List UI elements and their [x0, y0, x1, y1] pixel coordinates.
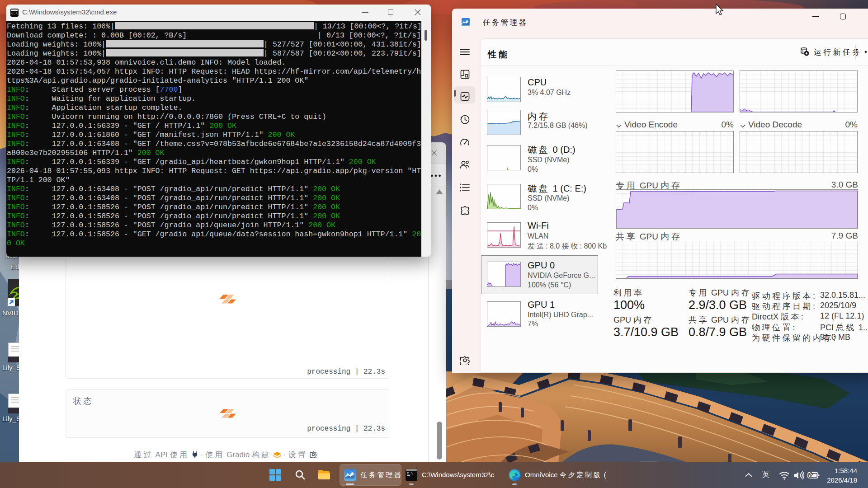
svg-text:C:\: C:\: [407, 472, 413, 475]
